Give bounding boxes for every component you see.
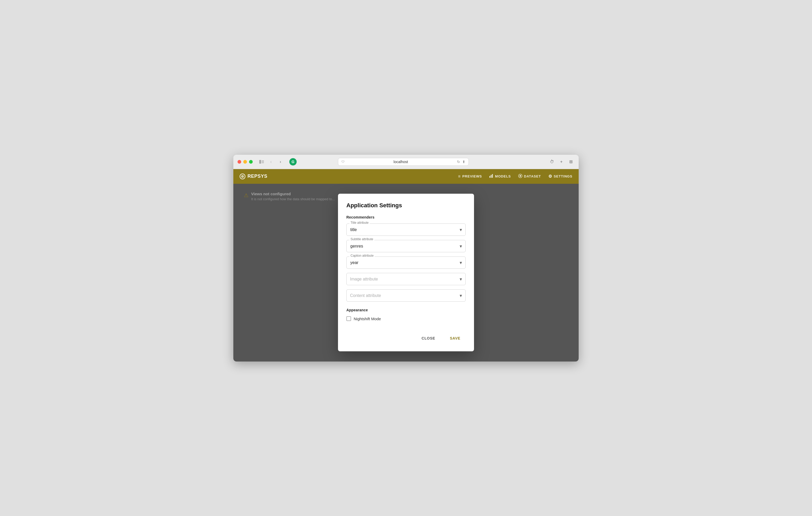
nav-dataset-label: DATASET [524,174,541,178]
appearance-section: Appearance Nightshift Mode [346,308,466,321]
recommenders-section: Recommenders Title attribute title ▾ Sub… [346,215,466,302]
previews-icon: ≡ [458,174,461,179]
modal-title: Application Settings [346,202,466,209]
grammarly-icon: G [289,158,297,165]
browser-extras: ⏱ + ⊞ [548,158,575,165]
subtitle-attribute-field: Subtitle attribute genres ▾ [346,240,466,252]
nightshift-label: Nightshift Mode [354,316,381,321]
save-button[interactable]: SAVE [445,334,466,343]
grammarly-area: G [289,158,297,165]
title-attribute-label: Title attribute [349,221,370,224]
svg-rect-5 [489,176,490,178]
nav-previews-label: PREVIEWS [462,174,482,178]
svg-point-9 [520,175,521,177]
nav-dataset[interactable]: DATASET [518,174,541,179]
traffic-light-close[interactable] [237,160,241,164]
history-button[interactable]: ⏱ [548,158,556,165]
recommenders-label: Recommenders [346,215,466,219]
nav-previews[interactable]: ≡ PREVIEWS [458,174,482,179]
svg-rect-3 [262,162,264,163]
share-icon[interactable]: ⬆ [462,160,465,164]
nav-settings-label: SETTINGS [554,174,572,178]
app-name: REPSYS [248,174,267,179]
content-attribute-select[interactable] [346,290,466,302]
traffic-light-minimize[interactable] [243,160,247,164]
back-button[interactable]: ‹ [267,158,275,165]
appearance-label: Appearance [346,308,466,312]
logo-icon [240,174,245,179]
app-content: ⚠ Views not configured It is not configu… [233,184,579,362]
nav-models[interactable]: MODELS [489,174,511,179]
content-attribute-field: ▾ Content attribute [346,290,466,302]
reload-icon[interactable]: ↻ [457,160,460,164]
dataset-icon [518,174,522,179]
title-attribute-select[interactable]: title [346,223,466,236]
grid-button[interactable]: ⊞ [567,158,575,165]
app-logo: REPSYS [240,174,267,179]
image-attribute-select[interactable] [346,273,466,285]
subtitle-attribute-select[interactable]: genres [346,240,466,252]
settings-icon: ⚙ [548,174,552,179]
modal-dialog: Application Settings Recommenders Title … [338,194,474,351]
subtitle-attribute-label: Subtitle attribute [349,237,374,241]
caption-attribute-label: Caption attribute [349,254,375,257]
nightshift-checkbox[interactable] [346,316,351,321]
modal-footer: CLOSE SAVE [346,329,466,343]
nav-models-label: MODELS [495,174,511,178]
browser-titlebar: ‹ › G 🛡 ↻ ⬆ ⏱ + ⊞ [233,155,579,169]
app-header: REPSYS ≡ PREVIEWS MODELS DATASET ⚙ [233,169,579,184]
caption-attribute-select[interactable]: year [346,256,466,269]
app-nav: ≡ PREVIEWS MODELS DATASET ⚙ SETTINGS [458,174,572,179]
svg-rect-7 [492,174,493,178]
browser-window: ‹ › G 🛡 ↻ ⬆ ⏱ + ⊞ REPSYS ≡ [233,155,579,362]
url-input[interactable] [347,160,455,164]
svg-rect-6 [491,175,492,178]
sidebar-toggle-button[interactable] [258,158,265,165]
models-icon [489,174,493,179]
traffic-lights [237,160,253,164]
browser-controls: ‹ › [258,158,284,165]
address-bar[interactable]: 🛡 ↻ ⬆ [338,158,469,166]
svg-rect-1 [262,160,264,161]
traffic-light-maximize[interactable] [249,160,253,164]
new-tab-button[interactable]: + [558,158,565,165]
nightshift-mode-row[interactable]: Nightshift Mode [346,316,466,321]
forward-button[interactable]: › [277,158,284,165]
nav-settings[interactable]: ⚙ SETTINGS [548,174,572,179]
modal-overlay: Application Settings Recommenders Title … [233,184,579,362]
svg-rect-0 [259,160,261,164]
svg-rect-2 [262,161,264,162]
title-attribute-field: Title attribute title ▾ [346,223,466,236]
shield-icon: 🛡 [341,160,345,164]
caption-attribute-field: Caption attribute year ▾ [346,256,466,269]
image-attribute-field: ▾ Image attribute [346,273,466,285]
close-button[interactable]: CLOSE [416,334,440,343]
